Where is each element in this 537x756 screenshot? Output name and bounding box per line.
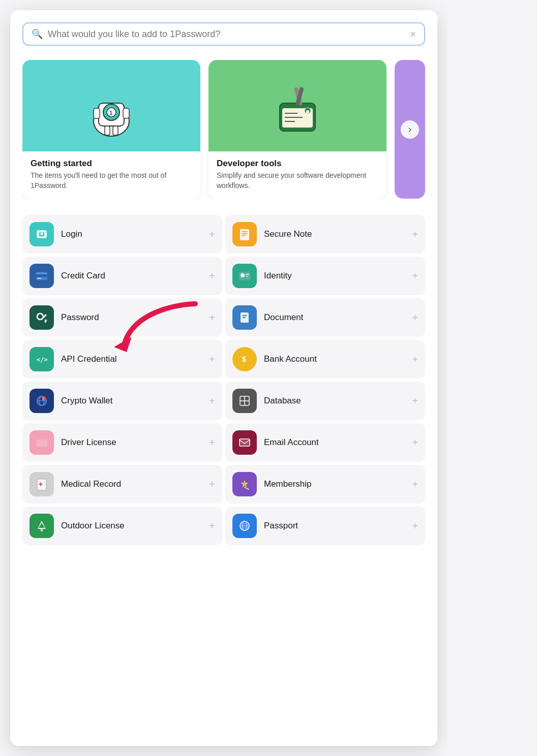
item-login[interactable]: Login + bbox=[22, 215, 222, 254]
identity-add-button[interactable]: + bbox=[412, 270, 418, 282]
svg-rect-23 bbox=[242, 231, 248, 232]
item-api-credential[interactable]: </> API Credential + bbox=[22, 340, 222, 379]
item-email-account[interactable]: Email Account + bbox=[225, 423, 425, 462]
item-document[interactable]: Document + bbox=[225, 298, 425, 337]
medical-record-add-button[interactable]: + bbox=[209, 479, 215, 490]
svg-rect-32 bbox=[246, 274, 249, 275]
passport-add-button[interactable]: + bbox=[412, 520, 418, 532]
driver-license-label: Driver License bbox=[61, 437, 202, 448]
item-crypto-wallet[interactable]: ! Crypto Wallet + bbox=[22, 382, 222, 420]
item-outdoor-license[interactable]: Outdoor License + bbox=[22, 507, 222, 545]
svg-text:$: $ bbox=[242, 355, 246, 363]
svg-rect-6 bbox=[123, 108, 129, 118]
item-secure-note[interactable]: Secure Note + bbox=[225, 215, 425, 254]
svg-text:</>: </> bbox=[37, 356, 48, 363]
passport-icon bbox=[232, 514, 257, 538]
card-developer-tools-image bbox=[208, 60, 386, 151]
svg-rect-24 bbox=[242, 233, 248, 234]
item-password[interactable]: Password + bbox=[22, 298, 222, 337]
outdoor-license-label: Outdoor License bbox=[61, 521, 202, 531]
item-passport[interactable]: Passport + bbox=[225, 507, 425, 545]
secure-note-icon bbox=[232, 222, 257, 246]
login-add-button[interactable]: + bbox=[209, 229, 215, 240]
item-membership[interactable]: Membership + bbox=[225, 465, 425, 503]
item-database[interactable]: Database + bbox=[225, 382, 425, 420]
outdoor-license-add-button[interactable]: + bbox=[209, 520, 215, 532]
database-add-button[interactable]: + bbox=[412, 395, 418, 407]
modal-container: 🔍 × 1 Getting st bbox=[10, 10, 437, 746]
search-icon: 🔍 bbox=[32, 28, 43, 40]
credit-card-label: Credit Card bbox=[61, 271, 202, 281]
svg-text:!: ! bbox=[43, 397, 44, 400]
chevron-right-button[interactable]: › bbox=[401, 120, 419, 139]
email-account-label: Email Account bbox=[264, 437, 405, 448]
close-button[interactable]: × bbox=[410, 29, 416, 39]
database-label: Database bbox=[264, 396, 405, 406]
svg-rect-52 bbox=[36, 439, 47, 447]
email-account-icon bbox=[232, 430, 257, 455]
svg-rect-59 bbox=[41, 529, 43, 531]
card-getting-started-title: Getting started bbox=[31, 159, 192, 169]
outdoor-license-icon bbox=[29, 514, 54, 538]
item-identity[interactable]: Identity + bbox=[225, 257, 425, 295]
login-label: Login bbox=[61, 229, 202, 239]
membership-icon bbox=[232, 472, 257, 496]
email-account-add-button[interactable]: + bbox=[412, 437, 418, 449]
credit-card-icon bbox=[29, 264, 54, 288]
svg-rect-29 bbox=[36, 272, 47, 274]
password-label: Password bbox=[61, 312, 202, 323]
svg-rect-28 bbox=[37, 278, 41, 279]
item-bank-account[interactable]: $ Bank Account + bbox=[225, 340, 425, 379]
bank-account-add-button[interactable]: + bbox=[412, 354, 418, 365]
api-credential-icon: </> bbox=[29, 347, 54, 371]
card-partial-more[interactable]: › bbox=[395, 60, 425, 199]
api-credential-add-button[interactable]: + bbox=[209, 354, 215, 365]
card-developer-tools-title: Developer tools bbox=[217, 159, 378, 169]
passport-label: Passport bbox=[264, 521, 405, 531]
api-credential-label: API Credential bbox=[61, 354, 202, 364]
card-getting-started-body: Getting started The items you'll need to… bbox=[22, 151, 200, 199]
svg-point-34 bbox=[37, 313, 43, 320]
items-grid-container: Login + Secure Note + bbox=[22, 215, 425, 545]
search-bar[interactable]: 🔍 × bbox=[22, 22, 425, 46]
svg-rect-17 bbox=[306, 110, 309, 113]
featured-cards-row: 1 Getting started The items you'll need … bbox=[22, 60, 425, 199]
secure-note-label: Secure Note bbox=[264, 229, 405, 239]
items-grid: Login + Secure Note + bbox=[22, 215, 425, 545]
medical-record-icon bbox=[29, 472, 54, 496]
driver-license-add-button[interactable]: + bbox=[209, 437, 215, 449]
item-driver-license[interactable]: 🚗 Driver License + bbox=[22, 423, 222, 462]
svg-rect-8 bbox=[113, 126, 118, 135]
driver-license-icon: 🚗 bbox=[29, 430, 54, 455]
bank-account-label: Bank Account bbox=[264, 354, 405, 364]
secure-note-add-button[interactable]: + bbox=[412, 229, 418, 240]
item-medical-record[interactable]: Medical Record + bbox=[22, 465, 222, 503]
card-getting-started-desc: The items you'll need to get the most ou… bbox=[31, 171, 192, 191]
identity-icon bbox=[232, 264, 257, 288]
svg-rect-27 bbox=[36, 274, 47, 277]
crypto-wallet-add-button[interactable]: + bbox=[209, 395, 215, 407]
search-input[interactable] bbox=[48, 29, 405, 40]
svg-rect-22 bbox=[240, 229, 249, 240]
crypto-wallet-label: Crypto Wallet bbox=[61, 396, 202, 406]
card-getting-started[interactable]: 1 Getting started The items you'll need … bbox=[22, 60, 200, 199]
document-icon bbox=[232, 305, 257, 330]
database-icon bbox=[232, 389, 257, 413]
card-developer-tools-body: Developer tools Simplify and secure your… bbox=[208, 151, 386, 199]
document-add-button[interactable]: + bbox=[412, 312, 418, 324]
card-developer-tools[interactable]: Developer tools Simplify and secure your… bbox=[208, 60, 386, 199]
credit-card-add-button[interactable]: + bbox=[209, 270, 215, 282]
svg-rect-54 bbox=[240, 439, 250, 446]
item-credit-card[interactable]: Credit Card + bbox=[22, 257, 222, 295]
svg-rect-5 bbox=[94, 108, 100, 118]
card-getting-started-image: 1 bbox=[22, 60, 200, 151]
password-icon bbox=[29, 305, 54, 330]
bank-account-icon: $ bbox=[232, 347, 257, 371]
card-developer-tools-desc: Simplify and secure your software develo… bbox=[217, 171, 378, 191]
svg-rect-7 bbox=[105, 126, 110, 135]
login-icon bbox=[29, 222, 54, 246]
membership-label: Membership bbox=[264, 479, 405, 489]
membership-add-button[interactable]: + bbox=[412, 479, 418, 490]
password-add-button[interactable]: + bbox=[209, 312, 215, 324]
svg-rect-33 bbox=[246, 276, 248, 277]
